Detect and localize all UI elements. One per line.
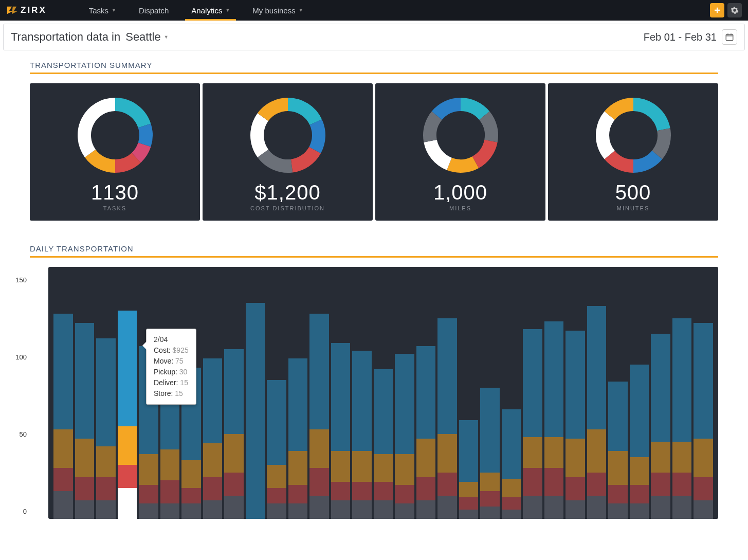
nav-label: Tasks <box>89 6 108 15</box>
bar-segment <box>203 358 223 443</box>
bar-day[interactable] <box>374 369 393 519</box>
bar-segment <box>139 485 158 503</box>
svg-rect-0 <box>726 34 733 41</box>
bar-segment <box>96 338 116 446</box>
bar-segment <box>309 496 329 519</box>
summary-label: MINUTES <box>617 205 650 211</box>
add-button[interactable]: + <box>710 3 724 17</box>
summary-card-cost-distribution[interactable]: $1,200 COST DISTRIBUTION <box>203 83 373 221</box>
bar-segment <box>437 434 457 473</box>
bar-day[interactable] <box>203 358 223 519</box>
bar-segment <box>224 434 244 473</box>
bar-day[interactable] <box>651 334 670 519</box>
bar-day[interactable] <box>523 329 542 519</box>
bar-day[interactable] <box>288 358 308 519</box>
bar-segment <box>694 439 713 477</box>
bar-segment <box>75 500 95 519</box>
bar-segment <box>480 388 500 473</box>
bar-day[interactable] <box>565 331 585 519</box>
bar-segment <box>608 485 628 503</box>
bar-segment <box>139 503 158 519</box>
bar-day[interactable] <box>608 382 628 519</box>
bar-day[interactable] <box>53 314 73 519</box>
nav-item-my-business[interactable]: My business▼ <box>241 0 314 21</box>
bar-segment <box>630 485 649 503</box>
bar-segment <box>565 477 585 500</box>
bar-segment <box>694 477 713 500</box>
bar-day[interactable] <box>118 311 137 519</box>
bar-segment <box>118 311 137 426</box>
summary-value: 500 <box>615 181 651 204</box>
bar-day[interactable] <box>694 323 713 519</box>
bar-segment <box>480 473 500 491</box>
nav-item-tasks[interactable]: Tasks▼ <box>78 0 127 21</box>
bar-segment <box>459 420 479 482</box>
brand-logo[interactable]: ZIRX <box>6 5 47 16</box>
date-picker-button[interactable] <box>722 29 737 45</box>
bar-segment <box>96 446 116 477</box>
tooltip-row: Pickup: 30 <box>154 367 189 377</box>
bar-day[interactable] <box>309 314 329 519</box>
bar-day[interactable] <box>459 420 479 519</box>
bar-segment <box>651 496 670 519</box>
city-selector[interactable]: Seattle ▼ <box>125 30 168 44</box>
nav-item-analytics[interactable]: Analytics▼ <box>180 0 241 21</box>
date-range-display: Feb 01 - Feb 31 <box>644 31 717 43</box>
bar-day[interactable] <box>416 346 436 519</box>
daily-bar-chart[interactable]: 2/04Cost: $925Move: 75Pickup: 30Deliver:… <box>48 267 718 519</box>
bar-segment <box>416 346 436 439</box>
nav-item-dispatch[interactable]: Dispatch <box>127 0 180 21</box>
nav-label: Analytics <box>191 6 222 15</box>
bar-day[interactable] <box>75 323 95 519</box>
bar-segment <box>352 500 372 519</box>
summary-card-minutes[interactable]: 500 MINUTES <box>548 83 718 221</box>
bar-day[interactable] <box>267 380 286 519</box>
bar-day[interactable] <box>352 351 372 519</box>
bar-day[interactable] <box>480 388 500 519</box>
donut-chart <box>595 97 672 174</box>
bar-segment <box>459 497 479 510</box>
bar-segment <box>118 488 137 519</box>
tooltip-date: 2/04 <box>154 334 189 345</box>
bar-day[interactable] <box>246 303 265 519</box>
summary-row: 1130 TASKS $1,200 COST DISTRIBUTION 1,00… <box>30 83 718 221</box>
bar-segment <box>53 314 73 429</box>
bar-day[interactable] <box>587 306 607 519</box>
bar-day[interactable] <box>672 318 692 519</box>
summary-card-miles[interactable]: 1,000 MILES <box>375 83 545 221</box>
bar-segment <box>181 488 201 503</box>
chart-tooltip: 2/04Cost: $925Move: 75Pickup: 30Deliver:… <box>146 329 196 405</box>
bar-segment <box>694 500 713 519</box>
settings-button[interactable] <box>727 3 742 17</box>
nav-label: Dispatch <box>139 6 169 15</box>
bar-day[interactable] <box>437 318 457 519</box>
summary-card-tasks[interactable]: 1130 TASKS <box>30 83 200 221</box>
bar-segment <box>416 439 436 477</box>
bar-segment <box>587 306 607 429</box>
bar-segment <box>75 439 95 477</box>
bar-segment <box>416 500 436 519</box>
bar-day[interactable] <box>331 343 351 519</box>
bar-day[interactable] <box>544 321 564 519</box>
bar-day[interactable] <box>224 349 244 519</box>
bar-day[interactable] <box>630 365 649 519</box>
bar-segment <box>630 503 649 519</box>
bar-segment <box>565 439 585 477</box>
bar-day[interactable] <box>395 354 414 519</box>
bar-day[interactable] <box>96 338 116 519</box>
bar-segment <box>523 437 542 468</box>
bar-segment <box>480 491 500 507</box>
bar-segment <box>374 454 393 482</box>
bar-segment <box>203 477 223 500</box>
donut-chart <box>77 97 154 174</box>
bar-segment <box>502 479 521 497</box>
bar-segment <box>331 451 351 482</box>
section-divider <box>30 73 718 74</box>
chevron-down-icon: ▼ <box>299 8 303 13</box>
bar-segment <box>181 460 201 488</box>
bar-day[interactable] <box>502 409 521 519</box>
bar-segment <box>608 451 628 485</box>
bar-segment <box>331 500 351 519</box>
bar-segment <box>331 343 351 451</box>
page-title-prefix: Transportation data in <box>11 30 120 44</box>
